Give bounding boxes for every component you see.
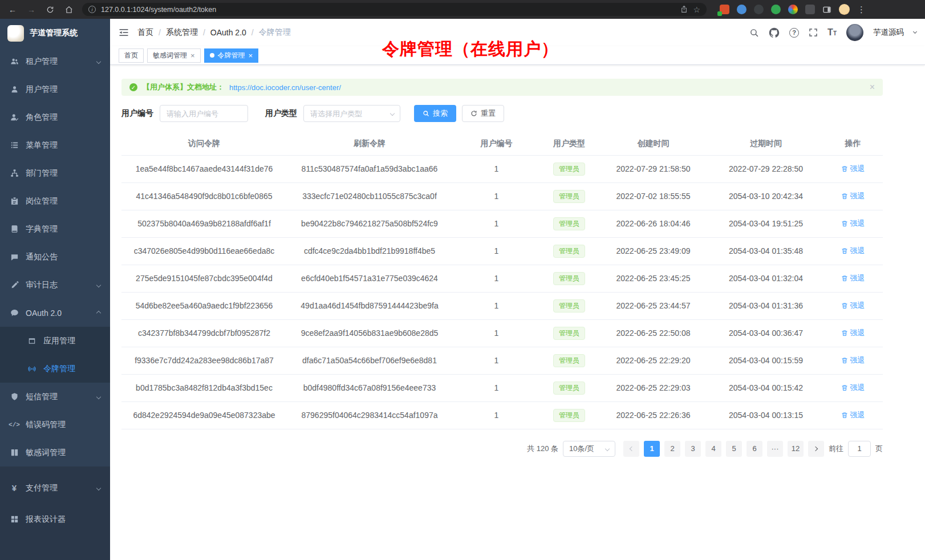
caret-down-icon[interactable]: [913, 29, 917, 33]
prev-page-button[interactable]: [623, 441, 639, 457]
sidebar-item-audit[interactable]: 审计日志: [0, 271, 110, 299]
page-button[interactable]: 5: [726, 441, 742, 457]
close-icon[interactable]: ×: [190, 52, 195, 59]
sidebar-item-sms[interactable]: 短信管理: [0, 383, 110, 411]
back-icon[interactable]: ←: [7, 5, 18, 14]
action-cell: 强退: [823, 210, 883, 237]
more-pages-button[interactable]: ···: [767, 441, 783, 457]
sidebar-item-oauth[interactable]: OAuth 2.0: [0, 299, 110, 327]
breadcrumb-oauth[interactable]: OAuth 2.0: [210, 28, 246, 37]
tab-sensitive-word[interactable]: 敏感词管理 ×: [147, 48, 201, 63]
user-avatar[interactable]: [846, 24, 863, 41]
username-label[interactable]: 芋道源码: [873, 27, 904, 38]
chevron-down-icon: [96, 485, 101, 490]
goto-page-input[interactable]: [848, 441, 871, 457]
alert-text: 【用户体系】文档地址：: [143, 82, 224, 92]
fullscreen-icon[interactable]: [809, 28, 818, 37]
font-size-icon[interactable]: TT: [827, 27, 837, 38]
sidebar-item-role[interactable]: 角色管理: [0, 103, 110, 131]
home-icon[interactable]: [63, 6, 75, 14]
page-size-value[interactable]: 10条/页: [563, 441, 615, 457]
sidebar-item-label: 租户管理: [26, 56, 58, 67]
user-type-cell: 管理员: [541, 401, 598, 429]
page-button[interactable]: 3: [685, 441, 701, 457]
reset-button-label: 重置: [481, 108, 496, 119]
side-panel-icon[interactable]: [822, 5, 831, 14]
chevron-down-icon: [96, 394, 101, 399]
breadcrumb-home[interactable]: 首页: [137, 27, 153, 38]
help-icon[interactable]: ?: [789, 28, 799, 38]
page-button[interactable]: 4: [705, 441, 721, 457]
grid-icon: [10, 515, 19, 524]
force-logout-button[interactable]: 强退: [841, 301, 865, 311]
force-logout-button[interactable]: 强退: [841, 164, 865, 174]
sidebar-toggle-icon[interactable]: [119, 27, 129, 38]
page-size-select[interactable]: 10条/页: [563, 441, 615, 457]
sidebar-item-sensitive-word[interactable]: 敏感词管理: [0, 439, 110, 466]
sidebar-item-pay[interactable]: ¥ 支付管理: [0, 472, 110, 504]
breadcrumb-system[interactable]: 系统管理: [166, 27, 198, 38]
extension-icon-blue[interactable]: [737, 5, 747, 14]
alert-close-icon[interactable]: ×: [870, 83, 875, 92]
tab-home[interactable]: 首页: [119, 48, 144, 63]
page-button[interactable]: 12: [788, 441, 804, 457]
create-time-cell: 2022-06-25 22:50:08: [598, 319, 709, 347]
close-icon[interactable]: ×: [249, 52, 253, 59]
force-logout-button[interactable]: 强退: [841, 218, 865, 229]
page-button[interactable]: 2: [664, 441, 680, 457]
force-logout-label: 强退: [850, 355, 865, 366]
force-logout-button[interactable]: 强退: [841, 191, 865, 201]
force-logout-button[interactable]: 强退: [841, 273, 865, 283]
user-type-select-input[interactable]: [303, 105, 400, 122]
page-content: ✓ 【用户体系】文档地址： https://doc.iocoder.cn/use…: [110, 65, 925, 457]
reset-button[interactable]: 重置: [462, 105, 504, 122]
yen-icon: ¥: [10, 483, 19, 493]
sidebar-item-dict[interactable]: 字典管理: [0, 215, 110, 243]
extension-icon-green[interactable]: [771, 5, 781, 14]
site-info-icon[interactable]: i: [88, 6, 96, 13]
doc-link[interactable]: https://doc.iocoder.cn/user-center/: [229, 83, 341, 92]
extension-icon-multicolor[interactable]: [788, 5, 798, 14]
sidebar-item-notice[interactable]: 通知公告: [0, 243, 110, 271]
browser-menu-icon[interactable]: ⋮: [857, 5, 866, 15]
force-logout-button[interactable]: 强退: [841, 355, 865, 366]
force-logout-button[interactable]: 强退: [841, 246, 865, 256]
browser-profile-avatar[interactable]: [839, 4, 850, 15]
sidebar-item-user[interactable]: 用户管理: [0, 75, 110, 103]
sidebar-item-tenant[interactable]: 租户管理: [0, 47, 110, 75]
extension-icon-gray[interactable]: [805, 5, 815, 14]
tab-token[interactable]: 令牌管理 ×: [204, 48, 259, 63]
sidebar-item-menu[interactable]: 菜单管理: [0, 131, 110, 159]
sidebar-item-post[interactable]: 岗位管理: [0, 187, 110, 215]
next-page-button[interactable]: [808, 441, 824, 457]
sidebar-item-report-designer[interactable]: 报表设计器: [0, 504, 110, 535]
goto-suffix: 页: [875, 444, 883, 454]
action-cell: 强退: [823, 182, 883, 210]
bookmark-star-icon[interactable]: ☆: [693, 5, 700, 14]
force-logout-button[interactable]: 强退: [841, 328, 865, 338]
search-icon[interactable]: [749, 28, 759, 38]
page-button[interactable]: 6: [747, 441, 762, 457]
address-bar[interactable]: i 127.0.0.1:1024/system/oauth2/token ☆: [82, 3, 707, 16]
search-button[interactable]: 搜索: [414, 105, 456, 122]
sidebar-item-label: 岗位管理: [26, 196, 58, 206]
extension-icon-dark[interactable]: [754, 5, 764, 14]
user-type-select[interactable]: [303, 105, 400, 122]
reload-icon[interactable]: [44, 6, 56, 14]
github-icon[interactable]: [769, 27, 780, 38]
forward-icon[interactable]: →: [26, 5, 37, 14]
extension-icon-red[interactable]: [720, 5, 729, 14]
create-time-cell: 2022-06-25 22:29:03: [598, 374, 709, 401]
page-button[interactable]: 1: [644, 441, 660, 457]
sidebar-item-errorcode[interactable]: </> 错误码管理: [0, 411, 110, 439]
pencil-icon: [10, 281, 19, 289]
share-icon[interactable]: [680, 6, 688, 13]
force-logout-button[interactable]: 强退: [841, 410, 865, 420]
sidebar-item-dept[interactable]: 部门管理: [0, 159, 110, 187]
user-id-input[interactable]: [160, 105, 248, 122]
sidebar-item-oauth-token[interactable]: 令牌管理: [0, 355, 110, 383]
sidebar-item-oauth-app[interactable]: 应用管理: [0, 327, 110, 355]
force-logout-button[interactable]: 强退: [841, 383, 865, 393]
chevron-down-icon: [96, 59, 101, 63]
user-type-tag: 管理员: [553, 272, 585, 285]
